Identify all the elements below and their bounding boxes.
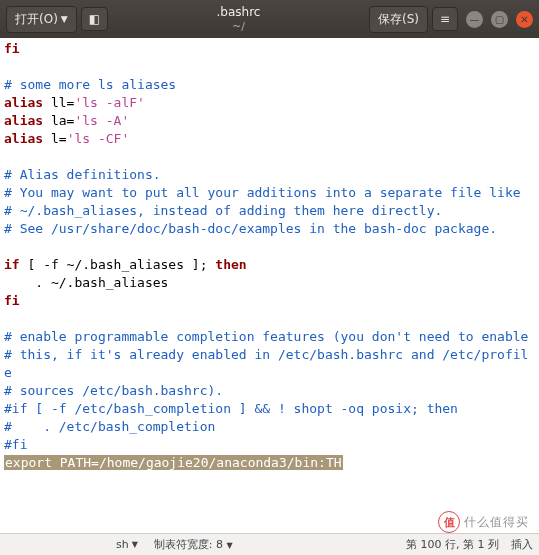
highlighted-line: export PATH=/home/gaojie20/anaconda3/bin… — [4, 455, 343, 470]
insert-mode[interactable]: 插入 — [511, 537, 533, 552]
tab-width-label: 制表符宽度: 8 — [154, 538, 223, 551]
cursor-position: 第 100 行, 第 1 列 — [406, 537, 499, 552]
title-path: ~/ — [112, 20, 365, 33]
minimize-button[interactable]: — — [466, 11, 483, 28]
language-selector[interactable]: sh ▼ — [116, 538, 138, 551]
new-tab-button[interactable]: ◧ — [81, 7, 108, 31]
watermark-text: 什么值得买 — [464, 514, 529, 531]
tab-width-selector[interactable]: 制表符宽度: 8 ▼ — [154, 537, 233, 552]
language-label: sh — [116, 538, 129, 551]
title-filename: .bashrc — [112, 5, 365, 19]
maximize-button[interactable]: ▢ — [491, 11, 508, 28]
watermark: 值 什么值得买 — [438, 511, 529, 533]
new-tab-icon: ◧ — [89, 12, 100, 26]
open-button[interactable]: 打开(O) ▼ — [6, 6, 77, 33]
editor-area[interactable]: fi # some more ls aliases alias ll='ls -… — [0, 38, 539, 533]
statusbar: sh ▼ 制表符宽度: 8 ▼ 第 100 行, 第 1 列 插入 — [0, 533, 539, 555]
titlebar: 打开(O) ▼ ◧ .bashrc ~/ 保存(S) ≡ — ▢ ✕ — [0, 0, 539, 38]
open-label: 打开(O) — [15, 11, 58, 28]
hamburger-icon: ≡ — [440, 12, 450, 26]
close-button[interactable]: ✕ — [516, 11, 533, 28]
code-keyword: fi — [4, 41, 20, 56]
chevron-down-icon: ▼ — [227, 541, 233, 550]
code-comment: # some more ls aliases — [4, 77, 176, 92]
save-label: 保存(S) — [378, 11, 419, 28]
watermark-badge: 值 — [438, 511, 460, 533]
chevron-down-icon: ▼ — [132, 540, 138, 549]
chevron-down-icon: ▼ — [61, 14, 68, 24]
save-button[interactable]: 保存(S) — [369, 6, 428, 33]
menu-button[interactable]: ≡ — [432, 7, 458, 31]
window-title: .bashrc ~/ — [112, 5, 365, 33]
